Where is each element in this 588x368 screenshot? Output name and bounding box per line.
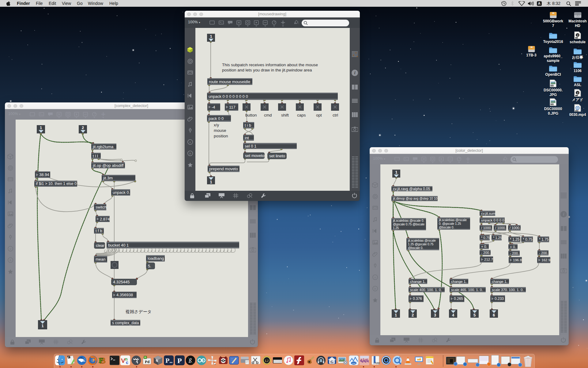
svg-text:ß: ß bbox=[188, 357, 192, 364]
svg-text:MOVIE: MOVIE bbox=[575, 110, 579, 111]
svg-text:P: P bbox=[165, 357, 169, 364]
svg-text:v: v bbox=[9, 247, 11, 251]
svg-text:J: J bbox=[577, 91, 578, 94]
svg-text:JPEG: JPEG bbox=[550, 85, 554, 86]
svg-text:J: J bbox=[68, 356, 69, 358]
svg-text:G: G bbox=[330, 359, 333, 364]
svg-text:P: P bbox=[177, 357, 182, 365]
svg-text:F: F bbox=[99, 356, 103, 364]
svg-text:b: b bbox=[9, 258, 11, 262]
svg-text:App: App bbox=[375, 361, 380, 364]
svg-text:Pd: Pd bbox=[145, 359, 150, 364]
svg-text:v: v bbox=[374, 275, 376, 279]
svg-text:V: V bbox=[121, 357, 125, 364]
svg-text:c: c bbox=[126, 360, 128, 365]
svg-text:J: J bbox=[577, 34, 578, 37]
svg-text:L2: L2 bbox=[265, 359, 268, 362]
svg-text:JPEG: JPEG bbox=[550, 103, 554, 105]
svg-text:intel: intel bbox=[352, 362, 356, 364]
svg-text:b: b bbox=[374, 287, 376, 290]
